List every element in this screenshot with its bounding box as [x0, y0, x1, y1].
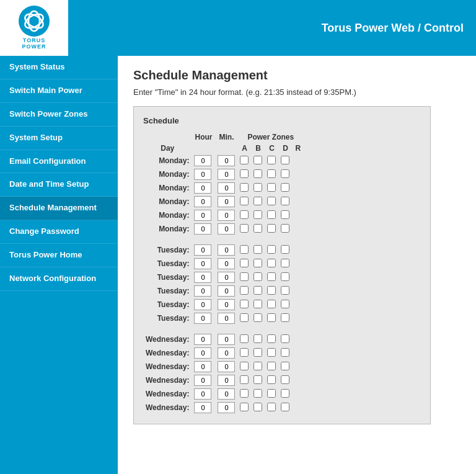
- checkbox-zone-b[interactable]: [253, 156, 262, 164]
- checkbox-zone-d[interactable]: [281, 156, 289, 164]
- checkbox-zone-a[interactable]: [240, 389, 249, 398]
- hour-input[interactable]: [194, 196, 211, 207]
- checkbox-zone-d[interactable]: [281, 334, 289, 343]
- checkbox-zone-c[interactable]: [267, 300, 276, 308]
- sidebar-item-schedule-management[interactable]: Schedule Management: [0, 197, 118, 220]
- checkbox-zone-b[interactable]: [253, 348, 262, 357]
- checkbox-zone-b[interactable]: [253, 224, 262, 233]
- checkbox-zone-c[interactable]: [267, 389, 276, 398]
- checkbox-zone-a[interactable]: [240, 403, 249, 411]
- checkbox-zone-d[interactable]: [281, 403, 289, 411]
- checkbox-zone-a[interactable]: [240, 224, 249, 233]
- checkbox-zone-b[interactable]: [253, 286, 262, 295]
- sidebar-item-switch-power-zones[interactable]: Switch Power Zones: [0, 103, 118, 127]
- checkbox-zone-c[interactable]: [267, 334, 276, 343]
- checkbox-zone-d[interactable]: [281, 348, 289, 357]
- hour-input[interactable]: [194, 375, 211, 386]
- checkbox-zone-b[interactable]: [253, 245, 262, 254]
- checkbox-zone-a[interactable]: [240, 245, 249, 254]
- sidebar-item-email-configuration[interactable]: Email Configuration: [0, 150, 118, 174]
- checkbox-zone-b[interactable]: [253, 389, 262, 398]
- checkbox-zone-c[interactable]: [267, 286, 276, 295]
- checkbox-zone-a[interactable]: [240, 259, 249, 267]
- checkbox-zone-c[interactable]: [267, 375, 276, 384]
- min-input[interactable]: [218, 299, 235, 310]
- checkbox-zone-b[interactable]: [253, 272, 262, 281]
- checkbox-zone-d[interactable]: [281, 300, 289, 308]
- hour-input[interactable]: [194, 272, 211, 283]
- hour-input[interactable]: [194, 402, 211, 413]
- hour-input[interactable]: [194, 223, 211, 235]
- checkbox-zone-d[interactable]: [281, 286, 289, 295]
- checkbox-zone-b[interactable]: [253, 183, 262, 192]
- min-input[interactable]: [218, 375, 235, 386]
- hour-input[interactable]: [194, 182, 211, 194]
- min-input[interactable]: [218, 196, 235, 207]
- sidebar-item-switch-main-power[interactable]: Switch Main Power: [0, 79, 118, 103]
- min-input[interactable]: [218, 223, 235, 235]
- checkbox-zone-c[interactable]: [267, 259, 276, 267]
- min-input[interactable]: [218, 169, 235, 180]
- hour-input[interactable]: [194, 210, 211, 221]
- checkbox-zone-a[interactable]: [240, 169, 249, 178]
- checkbox-zone-a[interactable]: [240, 334, 249, 343]
- checkbox-zone-d[interactable]: [281, 245, 289, 254]
- sidebar-item-torus-power-home[interactable]: Torus Power Home: [0, 244, 118, 267]
- checkbox-zone-b[interactable]: [253, 403, 262, 411]
- checkbox-zone-b[interactable]: [253, 300, 262, 308]
- checkbox-zone-a[interactable]: [240, 286, 249, 295]
- min-input[interactable]: [218, 334, 235, 345]
- checkbox-zone-b[interactable]: [253, 375, 262, 384]
- checkbox-zone-b[interactable]: [253, 169, 262, 178]
- min-input[interactable]: [218, 313, 235, 324]
- checkbox-zone-a[interactable]: [240, 300, 249, 308]
- min-input[interactable]: [218, 285, 235, 297]
- hour-input[interactable]: [194, 244, 211, 256]
- checkbox-zone-a[interactable]: [240, 156, 249, 164]
- checkbox-zone-c[interactable]: [267, 197, 276, 205]
- checkbox-zone-d[interactable]: [281, 169, 289, 178]
- checkbox-zone-d[interactable]: [281, 259, 289, 267]
- checkbox-zone-b[interactable]: [253, 210, 262, 219]
- checkbox-zone-b[interactable]: [253, 313, 262, 322]
- hour-input[interactable]: [194, 347, 211, 359]
- checkbox-zone-d[interactable]: [281, 197, 289, 205]
- checkbox-zone-a[interactable]: [240, 362, 249, 370]
- checkbox-zone-d[interactable]: [281, 272, 289, 281]
- hour-input[interactable]: [194, 361, 211, 372]
- checkbox-zone-c[interactable]: [267, 245, 276, 254]
- checkbox-zone-d[interactable]: [281, 375, 289, 384]
- checkbox-zone-a[interactable]: [240, 313, 249, 322]
- checkbox-zone-c[interactable]: [267, 313, 276, 322]
- checkbox-zone-c[interactable]: [267, 183, 276, 192]
- checkbox-zone-a[interactable]: [240, 197, 249, 205]
- checkbox-zone-c[interactable]: [267, 362, 276, 370]
- checkbox-zone-c[interactable]: [267, 169, 276, 178]
- checkbox-zone-a[interactable]: [240, 348, 249, 357]
- checkbox-zone-b[interactable]: [253, 334, 262, 343]
- hour-input[interactable]: [194, 169, 211, 180]
- sidebar-item-system-setup[interactable]: System Setup: [0, 127, 118, 150]
- sidebar-item-network-configuration[interactable]: Network Configuration: [0, 267, 118, 291]
- sidebar-item-date-and-time-setup[interactable]: Date and Time Setup: [0, 173, 118, 197]
- min-input[interactable]: [218, 388, 235, 400]
- sidebar-item-system-status[interactable]: System Status: [0, 56, 118, 79]
- checkbox-zone-c[interactable]: [267, 210, 276, 219]
- hour-input[interactable]: [194, 155, 211, 166]
- sidebar-item-change-password[interactable]: Change Password: [0, 220, 118, 244]
- min-input[interactable]: [218, 258, 235, 269]
- checkbox-zone-d[interactable]: [281, 183, 289, 192]
- hour-input[interactable]: [194, 388, 211, 400]
- checkbox-zone-a[interactable]: [240, 272, 249, 281]
- min-input[interactable]: [218, 182, 235, 194]
- hour-input[interactable]: [194, 299, 211, 310]
- checkbox-zone-c[interactable]: [267, 348, 276, 357]
- checkbox-zone-b[interactable]: [253, 197, 262, 205]
- checkbox-zone-d[interactable]: [281, 313, 289, 322]
- checkbox-zone-c[interactable]: [267, 272, 276, 281]
- checkbox-zone-a[interactable]: [240, 183, 249, 192]
- min-input[interactable]: [218, 244, 235, 256]
- checkbox-zone-d[interactable]: [281, 224, 289, 233]
- min-input[interactable]: [218, 347, 235, 359]
- checkbox-zone-c[interactable]: [267, 224, 276, 233]
